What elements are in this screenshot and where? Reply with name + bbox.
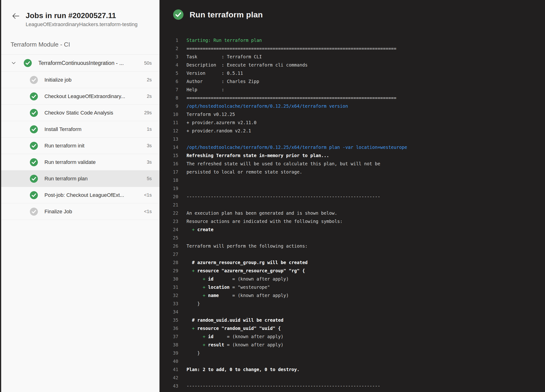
log-line: 38 + result = (known after apply) — [160, 341, 545, 349]
success-check-icon — [30, 142, 38, 150]
log-line: 41Plan: 2 to add, 0 to change, 0 to dest… — [160, 365, 545, 374]
log-line-number: 43 — [160, 382, 178, 390]
log-line-text: + provider.azurerm v2.11.0 — [186, 118, 256, 127]
log-line-number: 26 — [160, 242, 178, 250]
log-line-text: + resource "azurerm_resource_group" "rg"… — [186, 267, 305, 275]
log-line: 42 — [160, 374, 545, 382]
log-line: 29 + resource "azurerm_resource_group" "… — [160, 267, 545, 275]
log-line: 34 — [160, 308, 545, 316]
log-line: 33 } — [160, 300, 545, 308]
log-line: 1Starting: Run terraform plan — [160, 36, 545, 44]
log-line-number: 34 — [160, 308, 178, 316]
log-line: 19 — [160, 184, 545, 193]
job-step-label: Run terraform validate — [44, 159, 144, 165]
log-line: 6Author : Charles Zipp — [160, 77, 545, 86]
success-check-icon — [30, 125, 38, 133]
log-line-number: 28 — [160, 258, 178, 267]
log-line-number: 38 — [160, 341, 178, 349]
log-line-number: 17 — [160, 168, 178, 176]
log-line: 23Resource actions are indicated with th… — [160, 217, 545, 226]
log-line-number: 42 — [160, 374, 178, 382]
log-line-number: 40 — [160, 357, 178, 365]
job-step-row[interactable]: Checkout LeagueOfExtraordinary...2s — [1, 88, 160, 105]
log-line-text: Version : 0.5.11 — [186, 69, 243, 77]
log-line-text: } — [186, 300, 200, 308]
log-line: 39 } — [160, 349, 545, 357]
job-step-label: Finalize Job — [44, 208, 141, 215]
log-line-text: Resource actions are indicated with the … — [186, 217, 342, 226]
log-line-text: Starting: Run terraform plan — [186, 36, 262, 44]
job-step-duration: 1s — [147, 127, 152, 132]
log-line-text: Refreshing Terraform state in-memory pri… — [186, 151, 329, 160]
log-line-number: 37 — [160, 332, 178, 341]
job-step-row[interactable]: Install Terraform1s — [1, 121, 160, 138]
neutral-check-icon — [30, 208, 38, 216]
job-step-row[interactable]: Run terraform plan5s — [1, 171, 160, 187]
log-line: 11+ provider.azurerm v2.11.0 — [160, 118, 545, 127]
job-step-duration: 29s — [144, 110, 152, 116]
success-check-icon — [173, 9, 184, 20]
stage-row[interactable]: TerraformContinuousIntegration - ... 50s — [1, 54, 160, 72]
log-line-number: 8 — [160, 94, 178, 102]
log-line: 31 + location = "westeurope" — [160, 283, 545, 291]
job-step-duration: 2s — [147, 77, 152, 83]
job-step-duration: <1s — [144, 192, 152, 198]
job-step-duration: <1s — [144, 209, 152, 214]
log-line-number: 41 — [160, 365, 178, 374]
job-step-label: Post-job: Checkout LeagueOfExt... — [44, 192, 141, 198]
log-line-text: } — [186, 349, 200, 357]
log-line: 7Help : — [160, 86, 545, 94]
back-arrow-icon[interactable] — [12, 12, 20, 20]
chevron-down-icon[interactable] — [11, 61, 16, 66]
stage-duration: 50s — [144, 61, 152, 66]
log-line-text: # random_uuid.uuid will be created — [186, 316, 284, 324]
log-line-number: 2 — [160, 44, 178, 53]
log-line-number: 35 — [160, 316, 178, 324]
log-line-text: + location = "westeurope" — [186, 283, 270, 291]
job-step-row[interactable]: Finalize Job<1s — [1, 203, 160, 220]
log-line-number: 22 — [160, 209, 178, 217]
log-line-number: 33 — [160, 300, 178, 308]
log-line-text: /opt/hostedtoolcache/terraform/0.12.25/x… — [186, 102, 348, 110]
log-line-text: ========================================… — [186, 44, 396, 53]
log-line-number: 11 — [160, 118, 178, 127]
log-line-number: 18 — [160, 176, 178, 184]
log-line-text: Terraform will perform the following act… — [186, 242, 308, 250]
log-line: 43--------------------------------------… — [160, 382, 545, 390]
job-step-label: Run terraform plan — [44, 176, 144, 182]
success-check-icon — [30, 109, 38, 117]
job-step-row[interactable]: Run terraform init3s — [1, 138, 160, 154]
success-check-icon — [30, 158, 38, 166]
log-line: 21 — [160, 201, 545, 209]
log-line-number: 31 — [160, 283, 178, 291]
log-line-text: persisted to local or remote state stora… — [186, 168, 302, 176]
job-step-row[interactable]: Run terraform validate3s — [1, 154, 160, 171]
log-line: 13 — [160, 135, 545, 143]
log-line-number: 39 — [160, 349, 178, 357]
job-step-row[interactable]: Post-job: Checkout LeagueOfExt...<1s — [1, 187, 160, 203]
log-line-number: 14 — [160, 143, 178, 151]
log-line-text: ----------------------------------------… — [186, 382, 380, 390]
log-line-text: + result = (known after apply) — [186, 341, 284, 349]
job-rows: TerraformContinuousIntegration - ... 50s… — [1, 54, 160, 220]
log-line: 37 + id = (known after apply) — [160, 332, 545, 341]
log-line-text: + id = (known after apply) — [186, 275, 289, 283]
log-line: 25 — [160, 234, 545, 242]
job-step-row[interactable]: Checkov Static Code Analysis29s — [1, 105, 160, 121]
job-step-duration: 5s — [147, 176, 152, 181]
log-line-text: Terraform v0.12.25 — [186, 110, 235, 118]
log-line-text: Description : Execute terraform cli comm… — [186, 61, 308, 69]
log-line-number: 15 — [160, 151, 178, 160]
log-line-number: 16 — [160, 160, 178, 168]
log-line-number: 19 — [160, 184, 178, 193]
log-line-text: Author : Charles Zipp — [186, 77, 259, 86]
log-line-text: ========================================… — [186, 94, 396, 102]
log-lines: 1Starting: Run terraform plan2==========… — [160, 36, 545, 390]
job-step-row[interactable]: Initialize job2s — [1, 72, 160, 88]
log-line-text: ----------------------------------------… — [186, 193, 380, 201]
log-line: 35 # random_uuid.uuid will be created — [160, 316, 545, 324]
jobs-sidebar: Jobs in run #20200527.11 LeagueOfExtraor… — [1, 0, 160, 392]
job-step-duration: 3s — [147, 143, 152, 148]
log-line-number: 29 — [160, 267, 178, 275]
job-step-duration: 2s — [147, 94, 152, 99]
